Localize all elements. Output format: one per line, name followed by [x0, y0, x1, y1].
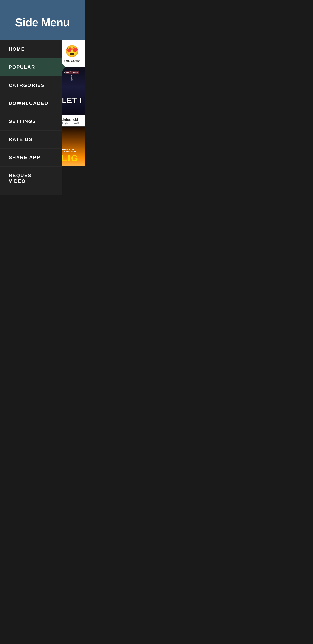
sidebar-item-rate-us-label: RATE US	[9, 137, 32, 142]
video-thumbnail-2: NOBLE PETERFt SHIRIN RIYAZU LIG	[59, 126, 85, 166]
sidebar-item-rate-us[interactable]: RATE US	[0, 130, 62, 148]
video-subtitle-1: English - Love R	[61, 122, 83, 125]
sidebar-item-popular-label: POPULAR	[9, 64, 35, 70]
sidebar-item-downloaded-label: DOWNLOADED	[9, 100, 48, 106]
sidebar-item-settings[interactable]: SETTINGS	[0, 112, 62, 130]
sidebar-item-request-video-label: REQUEST VIDEO	[9, 173, 53, 184]
right-panel: 😍 ROMANTIC MR. ❤ HEART 🚶 LET I	[59, 40, 85, 166]
header: Side Menu	[0, 0, 85, 40]
sidebar-item-share-app-label: SHARE APP	[9, 155, 40, 160]
sidebar-item-popular[interactable]: POPULAR	[0, 58, 62, 76]
video-card-1[interactable]: MR. ❤ HEART 🚶 LET I Lights nobl English …	[59, 68, 85, 126]
sidebar-item-request-video[interactable]: REQUEST VIDEO	[0, 167, 62, 190]
sidebar-item-downloaded[interactable]: DOWNLOADED	[0, 94, 62, 112]
category-label: ROMANTIC	[63, 60, 80, 63]
brand-label: MR. ❤ HEART	[65, 71, 79, 74]
sidebar-item-home-label: HOME	[9, 46, 25, 52]
lig-text: LIG	[61, 153, 79, 164]
category-section[interactable]: 😍 ROMANTIC	[59, 40, 85, 68]
video-info-1: Lights nobl English - Love R	[59, 115, 85, 126]
video-card-2[interactable]: NOBLE PETERFt SHIRIN RIYAZU LIG	[59, 126, 85, 166]
sidebar-item-categories-label: CATRGORIES	[9, 82, 44, 88]
side-menu: HOME POPULAR CATRGORIES DOWNLOADED SETTI…	[0, 40, 62, 195]
sidebar-item-home[interactable]: HOME	[0, 40, 62, 58]
header-title: Side Menu	[15, 16, 69, 29]
sidebar-item-share-app[interactable]: SHARE APP	[0, 148, 62, 167]
sidebar-item-settings-label: SETTINGS	[9, 118, 36, 124]
artist-label: NOBLE PETERFt SHIRIN RIYAZU	[61, 148, 76, 152]
figure-icon: 🚶	[65, 75, 79, 81]
video-thumbnail-1: MR. ❤ HEART 🚶 LET I	[59, 68, 85, 115]
video-title-1: Lights nobl	[61, 118, 83, 122]
sidebar-item-categories[interactable]: CATRGORIES	[0, 76, 62, 94]
category-emoji: 😍	[65, 44, 79, 58]
